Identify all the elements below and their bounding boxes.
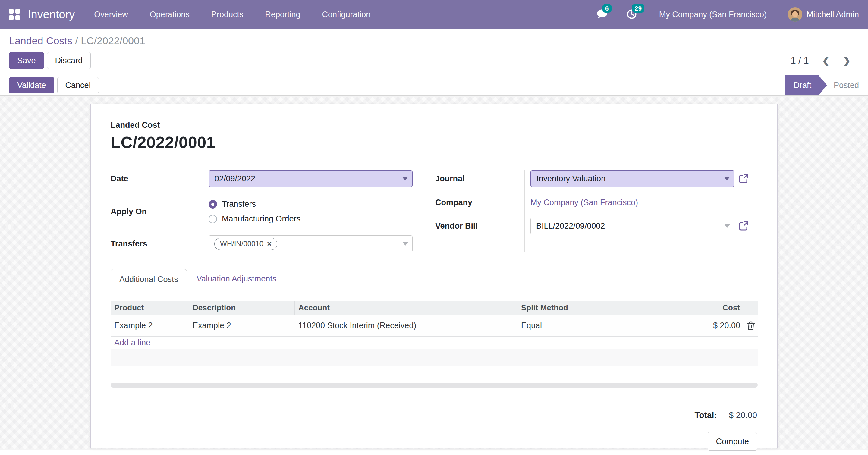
compute-row: Compute [111, 432, 757, 451]
statusbar: Validate Cancel Draft Posted [0, 75, 868, 96]
chevron-down-icon[interactable] [724, 177, 730, 181]
navbar-right: 6 29 My Company (San Francisco) Mitchell… [596, 7, 859, 22]
apps-menu-icon[interactable] [9, 9, 20, 20]
top-navbar: Inventory Overview Operations Products R… [0, 0, 868, 29]
table-header: Product Description Account Split Method… [111, 301, 758, 315]
breadcrumb-separator: / [75, 35, 81, 46]
messages-button[interactable]: 6 [596, 7, 609, 22]
cell-description[interactable]: Example 2 [189, 315, 295, 336]
user-menu[interactable]: Mitchell Admin [807, 10, 859, 19]
date-label: Date [111, 174, 203, 184]
column-cost[interactable]: Cost [631, 301, 744, 315]
column-product[interactable]: Product [111, 301, 189, 315]
tag-remove-icon[interactable]: × [267, 239, 272, 249]
record-type-label: Landed Cost [111, 121, 757, 130]
menu-products[interactable]: Products [210, 8, 245, 21]
notebook-tabs: Additional Costs Valuation Adjustments [111, 269, 757, 289]
pager-next-icon[interactable]: ❯ [843, 56, 850, 66]
activities-button[interactable]: 29 [625, 7, 638, 22]
tab-additional-costs[interactable]: Additional Costs [111, 269, 187, 289]
chevron-down-icon[interactable] [724, 225, 730, 228]
column-actions [744, 301, 758, 315]
chevron-down-icon[interactable] [402, 177, 408, 181]
control-panel: Landed Costs / LC/2022/0001 Save Discard… [0, 29, 868, 75]
pager-previous-icon[interactable]: ❮ [822, 56, 830, 66]
journal-label: Journal [435, 174, 524, 184]
form-view-background: Landed Cost LC/2022/0001 Date 02/09/2022… [0, 96, 868, 450]
menu-configuration[interactable]: Configuration [321, 8, 372, 21]
cell-account[interactable]: 110200 Stock Interim (Received) [295, 315, 518, 336]
compute-button[interactable]: Compute [708, 432, 757, 451]
column-account[interactable]: Account [295, 301, 518, 315]
date-field[interactable]: 02/09/2022 [209, 170, 412, 187]
column-split-method[interactable]: Split Method [518, 301, 631, 315]
cell-product[interactable]: Example 2 [111, 315, 189, 336]
date-value: 02/09/2022 [215, 174, 255, 184]
status-stages: Draft Posted [784, 75, 868, 95]
field-group-right: Journal Inventory Valuation Company [435, 170, 757, 252]
cancel-button[interactable]: Cancel [57, 77, 99, 93]
transfer-tag[interactable]: WH/IN/00010 × [214, 238, 277, 250]
column-description[interactable]: Description [189, 301, 295, 315]
company-label: Company [435, 198, 524, 207]
table-footer-row [111, 349, 758, 366]
external-link-icon[interactable] [738, 173, 749, 184]
app-name[interactable]: Inventory [28, 8, 75, 21]
field-group-left: Date 02/09/2022 Apply On Transfers [111, 170, 412, 252]
stage-posted[interactable]: Posted [827, 75, 868, 95]
breadcrumb-current: LC/2022/0001 [81, 35, 145, 46]
journal-value: Inventory Valuation [536, 174, 606, 184]
menu-operations[interactable]: Operations [149, 8, 191, 21]
avatar-image [788, 7, 802, 22]
tab-valuation-adjustments[interactable]: Valuation Adjustments [187, 269, 286, 289]
total-label: Total: [694, 411, 717, 420]
record-title[interactable]: LC/2022/0001 [111, 133, 757, 152]
add-a-line-row: Add a line [111, 336, 758, 349]
trash-icon [747, 321, 755, 330]
pager-count: 1 / 1 [790, 55, 809, 66]
messages-count-badge: 6 [602, 4, 612, 13]
vendor-bill-label: Vendor Bill [435, 222, 524, 231]
cell-cost[interactable]: $ 20.00 [631, 315, 744, 336]
vendor-bill-value: BILL/2022/09/0002 [536, 222, 605, 231]
horizontal-scrollbar[interactable] [111, 383, 758, 388]
pager: 1 / 1 ❮ ❯ [790, 55, 850, 66]
company-link[interactable]: My Company (San Francisco) [530, 198, 638, 207]
company-switcher[interactable]: My Company (San Francisco) [659, 10, 767, 19]
discard-button[interactable]: Discard [47, 52, 91, 69]
activities-count-badge: 29 [632, 4, 644, 13]
delete-row-button[interactable] [744, 315, 758, 336]
main-menu: Overview Operations Products Reporting C… [93, 8, 372, 21]
validate-button[interactable]: Validate [9, 77, 54, 93]
save-button[interactable]: Save [9, 52, 44, 69]
radio-manufacturing-orders[interactable]: Manufacturing Orders [209, 214, 301, 224]
total-row: Total: $ 20.00 [111, 411, 757, 420]
total-value: $ 20.00 [729, 411, 757, 420]
stage-draft[interactable]: Draft [784, 75, 827, 95]
radio-transfers[interactable]: Transfers [209, 199, 256, 209]
transfer-tag-label: WH/IN/00010 [220, 239, 264, 248]
apply-on-label: Apply On [111, 207, 203, 216]
breadcrumb: Landed Costs / LC/2022/0001 [9, 35, 859, 47]
chevron-down-icon[interactable] [403, 242, 408, 246]
add-a-line-link[interactable]: Add a line [114, 338, 150, 348]
menu-overview[interactable]: Overview [93, 8, 129, 21]
control-panel-buttons: Save Discard 1 / 1 ❮ ❯ [9, 52, 859, 69]
transfers-field[interactable]: WH/IN/00010 × [209, 235, 412, 252]
vendor-bill-field[interactable]: BILL/2022/09/0002 [530, 218, 735, 234]
user-avatar[interactable] [788, 7, 802, 22]
cell-split-method[interactable]: Equal [518, 315, 631, 336]
field-groups: Date 02/09/2022 Apply On Transfers [111, 170, 757, 252]
breadcrumb-landed-costs[interactable]: Landed Costs [9, 35, 72, 46]
table-row: Example 2 Example 2 110200 Stock Interim… [111, 315, 758, 336]
external-link-icon[interactable] [738, 221, 749, 231]
radio-selected-icon[interactable] [209, 200, 217, 208]
form-sheet: Landed Cost LC/2022/0001 Date 02/09/2022… [90, 104, 778, 448]
additional-costs-table: Product Description Account Split Method… [111, 301, 758, 366]
transfers-label: Transfers [111, 239, 203, 249]
menu-reporting[interactable]: Reporting [264, 8, 301, 21]
radio-unselected-icon[interactable] [209, 215, 217, 223]
journal-field[interactable]: Inventory Valuation [530, 170, 735, 187]
